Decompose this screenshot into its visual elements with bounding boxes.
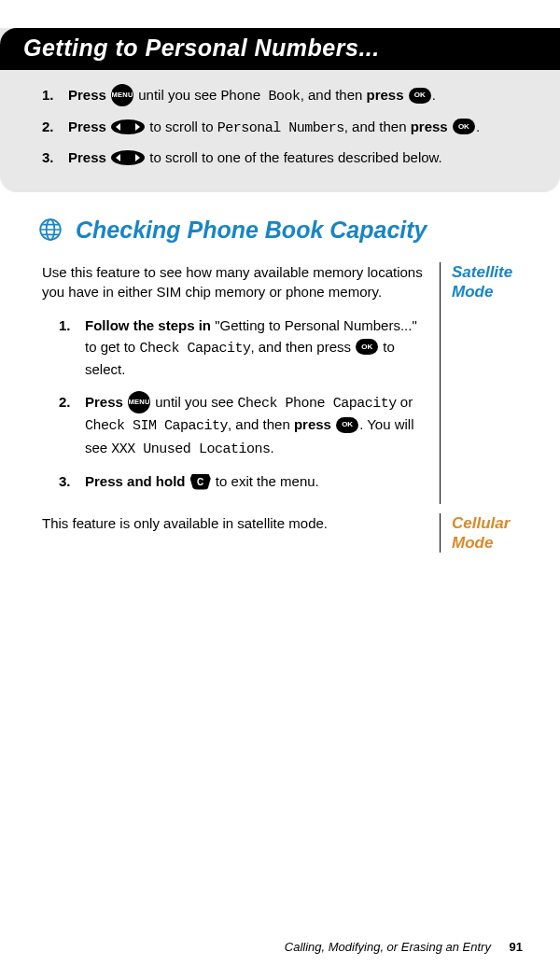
page-number: 91 — [510, 940, 523, 954]
text: , and then — [301, 87, 367, 103]
menu-key-icon: MENU — [128, 391, 150, 413]
satellite-section: Use this feature to see how many availab… — [42, 262, 523, 504]
page-footer: Calling, Modifying, or Erasing an Entry … — [285, 940, 523, 954]
screen-text: Check Capacity — [139, 341, 250, 357]
satellite-mode-label: Satellite Mode — [452, 262, 523, 302]
cellular-section: This feature is only available in satell… — [42, 513, 523, 553]
text: to scroll to — [146, 119, 217, 134]
text: or — [397, 394, 413, 410]
screen-text: Personal Numbers — [217, 120, 344, 136]
text: to exit the menu. — [212, 473, 319, 489]
ok-key-icon: OK — [356, 339, 378, 355]
ok-key-icon: OK — [409, 88, 431, 104]
screen-text: Check Phone Capacity — [238, 396, 397, 412]
text: until you see — [151, 394, 238, 410]
note-text: This feature is only available in satell… — [42, 513, 423, 534]
bold-text: Press and hold — [85, 473, 189, 489]
nav-key-icon — [111, 119, 145, 134]
page-title: Getting to Personal Numbers... — [23, 35, 523, 62]
step-number: 1. — [42, 83, 54, 107]
ok-key-icon: OK — [453, 119, 475, 134]
content-column: This feature is only available in satell… — [42, 513, 441, 553]
footer-chapter: Calling, Modifying, or Erasing an Entry — [285, 940, 491, 954]
bold-text: Follow the steps in — [85, 317, 211, 333]
step-number: 3. — [59, 471, 71, 493]
intro-text: Use this feature to see how many availab… — [42, 262, 423, 303]
ok-key-icon: OK — [336, 417, 358, 433]
step-2: 2. Press to scroll to Personal Numbers, … — [68, 115, 523, 141]
screen-text: Phone Book — [221, 89, 301, 105]
text: , and then — [344, 119, 411, 134]
sub-step-2: 2. Press MENU until you see Check Phone … — [85, 392, 423, 461]
bold-text: press — [367, 87, 408, 103]
mode-column: Cellular Mode — [441, 513, 523, 553]
step-number: 2. — [42, 115, 54, 139]
step-number: 3. — [42, 146, 54, 170]
screen-text: XXX Unused Locations — [111, 441, 270, 457]
text: , and then press — [250, 339, 355, 355]
text: . — [432, 87, 436, 103]
header-block: Getting to Personal Numbers... 1. Press … — [0, 28, 560, 192]
mode-column: Satellite Mode — [441, 262, 523, 504]
bold-text: Press — [68, 119, 110, 134]
menu-key-icon: MENU — [111, 84, 133, 106]
bold-text: Press — [68, 149, 110, 165]
screen-text: Check SIM Capacity — [85, 418, 228, 434]
page-title-bar: Getting to Personal Numbers... — [0, 28, 560, 70]
text: to scroll to one of the features describ… — [146, 149, 442, 165]
cellular-mode-label: Cellular Mode — [452, 513, 523, 553]
text: , and then — [228, 416, 294, 432]
section-heading: Checking Phone Book Capacity — [76, 217, 427, 244]
step-number: 1. — [59, 315, 71, 337]
sub-step-3: 3. Press and hold C to exit the menu. — [85, 471, 423, 493]
section-title: Checking Phone Book Capacity — [38, 217, 523, 244]
sub-steps: 1. Follow the steps in "Getting to Perso… — [42, 315, 423, 493]
bold-text: Press — [68, 87, 110, 103]
getting-to-steps: 1. Press MENU until you see Phone Book, … — [42, 83, 523, 170]
step-3: 3. Press to scroll to one of the feature… — [68, 146, 523, 170]
bold-text: Press — [85, 394, 127, 410]
text: until you see — [134, 87, 221, 103]
step-1: 1. Press MENU until you see Phone Book, … — [68, 83, 523, 109]
step-number: 2. — [59, 392, 71, 413]
bold-text: press — [411, 119, 452, 134]
text: . — [476, 119, 480, 134]
nav-key-icon — [111, 150, 145, 165]
bold-text: press — [294, 416, 335, 432]
text: . — [270, 440, 273, 455]
content-column: Use this feature to see how many availab… — [42, 262, 441, 504]
sub-step-1: 1. Follow the steps in "Getting to Perso… — [85, 315, 423, 381]
c-key-icon: C — [190, 474, 211, 490]
globe-icon — [38, 217, 63, 242]
